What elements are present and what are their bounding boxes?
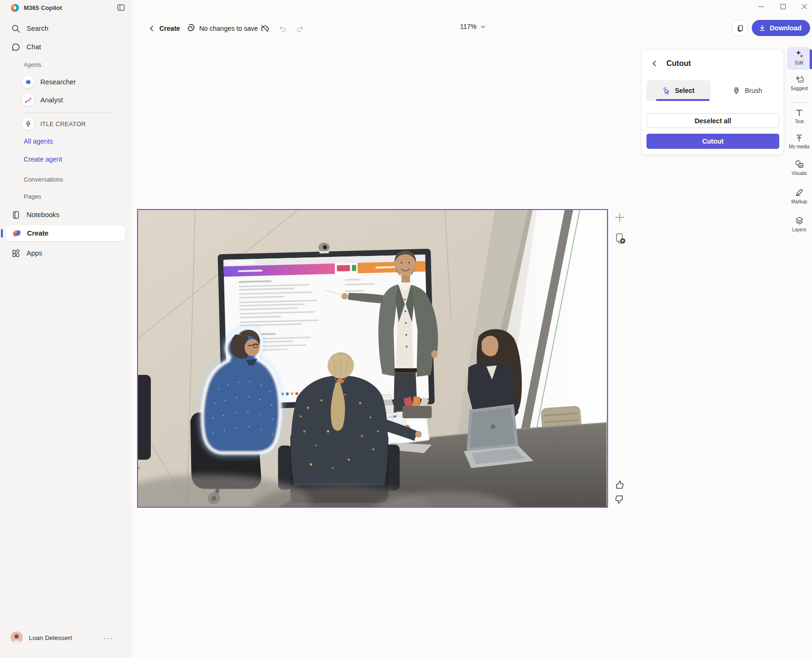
tab-brush[interactable]: Brush	[715, 80, 779, 101]
visuals-icon	[794, 159, 804, 169]
rail-item-suggest[interactable]: Suggest	[787, 74, 811, 91]
chevron-down-icon	[480, 24, 486, 29]
sidebar-item-label: Apps	[27, 249, 42, 257]
panel-back-icon[interactable]	[651, 60, 658, 67]
tab-select[interactable]: Select	[646, 80, 710, 101]
apps-icon	[11, 249, 20, 258]
agent-label: ITLE CREATOR	[40, 120, 86, 128]
maximize-icon[interactable]	[779, 3, 787, 10]
cutout-button[interactable]: Cutout	[646, 134, 779, 149]
sidebar-item-pinned-agent[interactable]: ITLE CREATOR	[0, 117, 132, 131]
tab-label: Brush	[745, 87, 762, 94]
copy-button[interactable]	[732, 20, 748, 36]
sidebar-item-conversations[interactable]: Conversations	[24, 176, 63, 183]
close-icon[interactable]	[801, 3, 808, 10]
rail-label: Edit	[795, 60, 803, 65]
duplicate-page-icon[interactable]	[615, 232, 626, 245]
cloud-off-icon	[260, 24, 269, 33]
rail-label: Visuals	[792, 171, 807, 176]
sidebar-item-notebooks[interactable]: Notebooks	[0, 208, 132, 221]
sidebar-item-pages[interactable]: Pages	[24, 193, 41, 200]
user-account[interactable]: Loan Delessert ···	[0, 631, 132, 645]
sidebar-item-search[interactable]: Search	[0, 22, 132, 35]
rail-item-text[interactable]: Text	[787, 108, 811, 124]
search-icon	[11, 24, 20, 33]
sidebar-item-label: Chat	[27, 43, 41, 51]
rail-divider	[791, 102, 807, 103]
all-agents-link[interactable]: All agents	[24, 137, 53, 145]
back-breadcrumb[interactable]: Create	[159, 25, 180, 32]
sidebar-divider	[22, 112, 113, 113]
sidebar-item-analyst[interactable]: Analyst	[0, 93, 132, 107]
avatar	[10, 631, 23, 644]
rail-label: My media	[789, 144, 809, 149]
edit-sparkles-icon	[794, 49, 804, 59]
chat-icon	[11, 43, 20, 52]
minimize-icon[interactable]	[757, 3, 765, 10]
download-button[interactable]: Download	[752, 20, 810, 36]
rail-item-layers[interactable]: Layers	[787, 216, 811, 232]
sidebar-item-label: Create	[27, 229, 48, 237]
select-wand-icon	[663, 87, 671, 95]
redo-icon[interactable]	[295, 24, 304, 33]
researcher-icon	[22, 76, 34, 88]
user-more-button[interactable]: ···	[104, 634, 114, 642]
create-icon	[12, 229, 21, 238]
agents-section-label: Agents	[24, 62, 41, 68]
chair-far-left	[138, 375, 151, 460]
rail-label: Text	[795, 119, 803, 124]
rail-label: Layers	[792, 227, 806, 232]
save-status: No changes to save	[199, 25, 258, 32]
analyst-icon	[22, 94, 34, 106]
toggle-sidebar-icon[interactable]	[117, 3, 125, 12]
create-agent-link[interactable]: Create agent	[24, 155, 62, 163]
zoom-level: 117%	[460, 23, 477, 30]
rail-item-edit[interactable]: Edit	[787, 49, 811, 65]
canvas[interactable]	[137, 209, 608, 508]
rail-item-visuals[interactable]: Visuals	[787, 159, 811, 176]
panel-title: Cutout	[666, 59, 691, 68]
rail-item-my-media[interactable]: My media	[787, 133, 811, 149]
pinned-agent-icon	[22, 118, 34, 130]
sidebar: M365 Copilot Search Chat Agents Research…	[0, 0, 132, 658]
notebook-icon	[11, 210, 20, 219]
sidebar-item-apps[interactable]: Apps	[0, 247, 132, 260]
zoom-control[interactable]: 117%	[460, 23, 486, 30]
cutout-panel: Cutout Select Brush Deselect all Cutout	[641, 49, 784, 155]
snack-basket	[403, 396, 432, 419]
brand: M365 Copilot	[10, 2, 62, 13]
deselect-all-button[interactable]: Deselect all	[646, 113, 779, 128]
active-tab-indicator	[656, 99, 710, 101]
download-icon	[758, 24, 766, 32]
sidebar-item-label: Search	[27, 25, 48, 32]
markup-pen-icon	[794, 188, 804, 198]
sidebar-item-researcher[interactable]: Researcher	[0, 75, 132, 89]
thumbs-up-icon[interactable]	[615, 480, 624, 489]
back-icon[interactable]	[148, 25, 155, 32]
sidebar-item-chat[interactable]: Chat	[0, 40, 132, 54]
add-page-icon[interactable]	[614, 212, 625, 223]
suggest-icon	[794, 74, 804, 84]
user-name: Loan Delessert	[29, 634, 72, 641]
agent-label: Researcher	[40, 78, 76, 86]
sidebar-item-label: Notebooks	[27, 211, 59, 219]
rail-label: Suggest	[791, 86, 808, 91]
undo-icon[interactable]	[278, 24, 287, 33]
rail-label: Markup	[791, 199, 807, 204]
download-label: Download	[770, 24, 802, 32]
sidebar-item-create[interactable]: Create	[6, 225, 125, 241]
copy-icon	[736, 24, 744, 32]
tab-label: Select	[675, 87, 694, 94]
copilot-logo-icon	[10, 3, 19, 12]
app-window: M365 Copilot Search Chat Agents Research…	[0, 0, 812, 658]
active-item-indicator	[1, 229, 3, 238]
designer-logo-icon	[186, 23, 196, 33]
agent-label: Analyst	[40, 96, 63, 104]
layers-icon	[794, 216, 804, 226]
canvas-image[interactable]	[138, 210, 607, 507]
text-icon	[794, 108, 804, 118]
brand-label: M365 Copilot	[24, 4, 62, 11]
brush-icon	[732, 87, 740, 95]
thumbs-down-icon[interactable]	[615, 495, 624, 504]
rail-item-markup[interactable]: Markup	[787, 188, 811, 204]
